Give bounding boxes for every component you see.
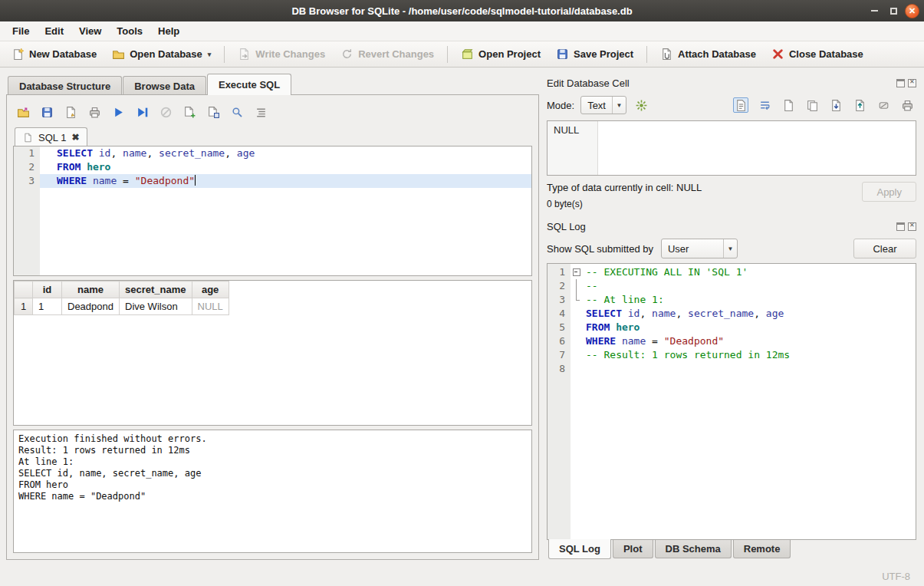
attach-database-button[interactable]: Attach Database — [653, 44, 763, 64]
table-cell[interactable]: Dive Wilson — [120, 298, 192, 315]
execution-output[interactable]: Execution finished without errors. Resul… — [13, 430, 532, 553]
copy-pages-button[interactable] — [804, 97, 820, 113]
export-cell-button[interactable] — [852, 97, 867, 113]
fold-marker-icon[interactable] — [571, 279, 583, 293]
new-sql-tab-button[interactable] — [181, 104, 198, 120]
token: -- At line 1: — [586, 294, 664, 305]
table-cell[interactable]: NULL — [192, 298, 229, 315]
revert-changes-label: Revert Changes — [358, 48, 434, 60]
results-area[interactable]: idnamesecret_nameage11DeadpondDive Wilso… — [13, 280, 532, 426]
column-header-age[interactable]: age — [192, 281, 229, 298]
sql-editor[interactable]: 1SELECT id, name, secret_name, age2FROM … — [13, 146, 532, 276]
sql-1-tab[interactable]: SQL 1 ✖ — [15, 127, 87, 146]
tab-sql-log[interactable]: SQL Log — [548, 539, 611, 559]
clear-log-button[interactable]: Clear — [853, 239, 916, 258]
stop-button — [157, 104, 174, 120]
tab-db-schema[interactable]: DB Schema — [655, 540, 732, 558]
execute-current-line-button[interactable] — [133, 104, 150, 120]
word-wrap-button[interactable] — [757, 97, 772, 113]
write-changes-button: Write Changes — [231, 44, 332, 64]
code-line[interactable]: 4SELECT id, name, secret_name, age — [547, 307, 916, 321]
save-project-button[interactable]: Save Project — [549, 44, 640, 64]
token: id — [628, 308, 640, 319]
table-cell[interactable]: 1 — [33, 298, 62, 315]
open-database-button[interactable]: Open Database ▾ — [105, 44, 218, 64]
tab-remote[interactable]: Remote — [733, 540, 791, 558]
open-in-new-tab-button[interactable] — [205, 104, 222, 120]
code-line[interactable]: 3WHERE name = "Deadpond" — [14, 174, 531, 188]
code-line[interactable]: 8 — [547, 362, 916, 376]
menu-file[interactable]: File — [5, 21, 37, 41]
log-filter-select[interactable]: User ▼ — [661, 239, 738, 258]
code-line[interactable]: 1SELECT id, name, secret_name, age — [14, 146, 531, 160]
column-header-name[interactable]: name — [62, 281, 120, 298]
close-database-button[interactable]: Close Database — [765, 44, 870, 64]
encoding-indicator[interactable]: UTF-8 — [882, 571, 910, 582]
maximize-icon[interactable] — [886, 3, 901, 18]
table-cell[interactable]: Deadpond — [62, 298, 120, 315]
fold-margin — [571, 321, 583, 334]
tab-plot[interactable]: Plot — [613, 540, 653, 558]
print-sql-button[interactable] — [86, 104, 103, 120]
code-line[interactable]: 5FROM hero — [547, 321, 916, 334]
column-header-secret_name[interactable]: secret_name — [120, 281, 192, 298]
code-line[interactable]: 6WHERE name = "Deadpond" — [547, 334, 916, 348]
float-panel-icon[interactable] — [896, 222, 905, 231]
sql-log-view[interactable]: 1-- EXECUTING ALL IN 'SQL 1'2--3-- At li… — [547, 263, 916, 540]
text-view-button[interactable] — [733, 97, 748, 113]
copy-button[interactable] — [781, 97, 796, 113]
tab-database-structure[interactable]: Database Structure — [8, 76, 122, 95]
sql-file-tabbar: SQL 1 ✖ — [13, 127, 532, 146]
minimize-icon[interactable] — [866, 3, 882, 18]
code-line[interactable]: 1-- EXECUTING ALL IN 'SQL 1' — [547, 265, 916, 279]
fold-margin — [571, 334, 583, 348]
titlebar[interactable]: DB Browser for SQLite - /home/user/code/… — [0, 0, 924, 21]
code-text: FROM hero — [583, 321, 916, 334]
import-cell-button[interactable] — [828, 97, 843, 113]
tab-label: Plot — [623, 543, 643, 555]
tab-browse-data[interactable]: Browse Data — [123, 76, 206, 95]
open-project-button[interactable]: Open Project — [454, 44, 547, 64]
fold-marker-icon[interactable] — [571, 293, 583, 307]
close-tab-icon[interactable]: ✖ — [71, 132, 79, 143]
menu-view[interactable]: View — [71, 21, 109, 41]
edit-cell-dock-icons — [896, 79, 916, 87]
close-panel-icon[interactable] — [908, 79, 916, 87]
open-database-dropdown-icon[interactable]: ▾ — [208, 51, 212, 58]
set-null-button[interactable] — [876, 97, 891, 113]
token: age — [766, 308, 784, 319]
results-corner-cell[interactable] — [15, 281, 33, 298]
menu-help[interactable]: Help — [150, 21, 187, 41]
menu-tools[interactable]: Tools — [109, 21, 150, 41]
float-panel-icon[interactable] — [896, 79, 905, 87]
right-panel: Edit Database Cell Mode: Text ▼ — [539, 67, 924, 566]
save-sql-file-button[interactable] — [38, 104, 55, 120]
code-line[interactable]: 3-- At line 1: — [547, 293, 916, 307]
open-sql-file-button[interactable] — [15, 104, 31, 120]
tab-execute-sql[interactable]: Execute SQL — [207, 74, 291, 95]
code-line[interactable]: 2-- — [547, 279, 916, 293]
close-panel-icon[interactable] — [908, 222, 916, 231]
token: secret_name — [688, 308, 754, 319]
execute-all-button[interactable] — [110, 104, 127, 120]
save-sql-as-button[interactable] — [62, 104, 79, 120]
log-filter-label: Show SQL submitted by — [547, 243, 653, 255]
print-cell-button[interactable] — [899, 97, 915, 113]
close-icon[interactable]: ✕ — [905, 4, 919, 18]
code-line[interactable]: 7-- Result: 1 rows returned in 12ms — [547, 348, 916, 362]
mode-select[interactable]: Text ▼ — [580, 96, 626, 114]
code-line[interactable]: 2FROM hero — [14, 160, 531, 174]
token: name — [93, 175, 117, 186]
revert-changes-button: Revert Changes — [334, 44, 441, 64]
token: WHERE — [57, 175, 87, 186]
cell-editor[interactable]: NULL — [547, 120, 916, 176]
find-replace-button[interactable] — [229, 104, 245, 120]
format-sql-button[interactable] — [252, 104, 269, 120]
menu-edit[interactable]: Edit — [37, 21, 71, 41]
fold-marker-icon[interactable] — [571, 265, 583, 279]
auto-switch-button[interactable] — [633, 96, 651, 114]
results-table: idnamesecret_nameage11DeadpondDive Wilso… — [14, 281, 229, 315]
new-database-button[interactable]: New Database — [5, 44, 104, 64]
row-number[interactable]: 1 — [15, 298, 33, 315]
column-header-id[interactable]: id — [33, 281, 62, 298]
